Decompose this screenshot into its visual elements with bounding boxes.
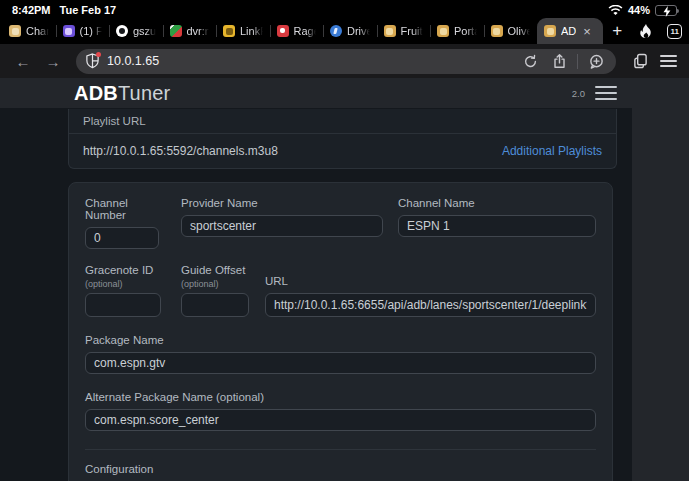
gracenote-id-input[interactable] (85, 293, 161, 317)
channel-name-label: Channel Name (398, 197, 596, 209)
playlist-url-value: http://10.0.1.65:5592/channels.m3u8 (83, 144, 278, 158)
tab-fru[interactable]: (1) Fru (56, 18, 110, 44)
driver-favicon-icon (330, 25, 342, 37)
alternate-package-name-input[interactable] (85, 409, 596, 431)
playlist-url-title: Playlist URL (69, 109, 616, 134)
content-blocker-shield-icon[interactable] (85, 53, 100, 69)
blocker-badge-dot (96, 52, 101, 57)
tablet-screen: 8:42PM Tue Feb 17 44% Chann (1) Fru (0, 0, 689, 481)
channel-number-input[interactable] (85, 227, 159, 249)
linkpi-favicon-icon (223, 25, 235, 37)
browser-menu-icon[interactable] (660, 55, 677, 66)
adbtuner-header: ADBTuner 2.0 (0, 78, 689, 108)
logo-bold-part: ADB (74, 82, 118, 104)
tab-driver[interactable]: Driver (323, 18, 377, 44)
channel-form-card: Channel Number Provider Name Channel Nam… (68, 182, 613, 481)
copy-page-icon[interactable] (628, 53, 652, 69)
provider-name-input[interactable] (181, 215, 383, 237)
right-margin-panel (632, 108, 689, 481)
tab-ragep[interactable]: RageP (270, 18, 324, 44)
dvr-favicon-icon (170, 25, 182, 37)
share-icon[interactable] (548, 54, 570, 69)
olivet-favicon-icon (491, 25, 503, 37)
tab-portal[interactable]: Portal (430, 18, 484, 44)
alternate-package-name-label: Alternate Package Name (optional) (85, 391, 596, 403)
tab-label: Driver (347, 25, 370, 37)
tab-label: FruitD (401, 25, 424, 37)
guide-offset-input[interactable] (181, 293, 249, 317)
toolbar-separator (577, 54, 578, 69)
gracenote-id-label: Gracenote ID (85, 264, 161, 276)
version-label: 2.0 (572, 88, 585, 99)
add-comment-bubble-icon[interactable] (585, 54, 607, 69)
tab-label: Chann (26, 25, 49, 37)
tab-linkpi[interactable]: LinkPi (216, 18, 270, 44)
tab-adbtuner-active[interactable]: AD × (537, 18, 603, 44)
channel-number-label: Channel Number (85, 197, 159, 221)
deeplink-url-input[interactable] (265, 293, 596, 317)
address-bar[interactable]: 10.0.1.65 (76, 49, 616, 74)
url-label: URL (265, 275, 596, 287)
github-favicon-icon (116, 25, 128, 37)
channel-name-input[interactable] (398, 215, 596, 237)
tab-label: gszulc (133, 25, 156, 37)
page-body: Playlist URL http://10.0.1.65:5592/chann… (0, 108, 689, 481)
provider-name-label: Provider Name (181, 197, 383, 209)
fruitd-favicon-icon (384, 25, 396, 37)
guide-offset-optional-note: (optional) (181, 279, 249, 289)
tab-label: LinkPi (240, 25, 263, 37)
wifi-icon (608, 5, 623, 16)
tab-label: AD (561, 25, 576, 37)
fru-favicon-icon (63, 25, 75, 37)
additional-playlists-link[interactable]: Additional Playlists (502, 144, 602, 158)
back-button[interactable]: ← (12, 54, 34, 69)
close-tab-icon[interactable]: × (583, 25, 591, 38)
site-menu-icon[interactable] (595, 86, 617, 100)
ragep-favicon-icon (277, 25, 289, 37)
battery-icon (655, 5, 677, 16)
content-column: Playlist URL http://10.0.1.65:5592/chann… (0, 108, 632, 481)
tab-dvr[interactable]: dvr:na (163, 18, 217, 44)
tab-olivet[interactable]: OliveT (484, 18, 538, 44)
tab-label: (1) Fru (80, 25, 103, 37)
configuration-label: Configuration (85, 463, 596, 475)
adbtuner-logo: ADBTuner (74, 82, 170, 105)
battery-percent: 44% (628, 4, 650, 16)
browser-tab-bar: Chann (1) Fru gszulc dvr:na LinkPi RageP… (0, 18, 689, 44)
gracenote-optional-note: (optional) (85, 279, 161, 289)
playlist-url-card: Playlist URL http://10.0.1.65:5592/chann… (68, 109, 617, 169)
tab-label: Portal (454, 25, 477, 37)
forward-button[interactable]: → (42, 54, 64, 69)
status-bar: 8:42PM Tue Feb 17 44% (0, 0, 689, 18)
clock-time: 8:42PM (12, 4, 51, 16)
flame-icon[interactable] (632, 18, 661, 44)
logo-light-part: Tuner (118, 82, 171, 104)
browser-toolbar: ← → 10.0.1.65 (0, 44, 689, 78)
package-name-input[interactable] (85, 352, 596, 374)
package-name-label: Package Name (85, 334, 596, 346)
adbtuner-favicon-icon (544, 25, 556, 37)
section-divider (85, 449, 596, 450)
guide-offset-label: Guide Offset (181, 264, 249, 276)
portal-favicon-icon (437, 25, 449, 37)
tab-count-badge: 11 (667, 24, 682, 39)
tab-overview-button[interactable]: 11 (660, 18, 689, 44)
reload-icon[interactable] (519, 54, 541, 69)
url-address-text: 10.0.1.65 (107, 54, 512, 68)
tab-fruitd[interactable]: FruitD (377, 18, 431, 44)
clock-date: Tue Feb 17 (60, 4, 117, 16)
channels-favicon-icon (9, 25, 21, 37)
tab-gszulc[interactable]: gszulc (109, 18, 163, 44)
tab-label: OliveT (508, 25, 531, 37)
tab-label: RageP (294, 25, 317, 37)
tab-label: dvr:na (187, 25, 210, 37)
new-tab-button[interactable]: + (603, 18, 632, 44)
tab-channels[interactable]: Chann (2, 18, 56, 44)
